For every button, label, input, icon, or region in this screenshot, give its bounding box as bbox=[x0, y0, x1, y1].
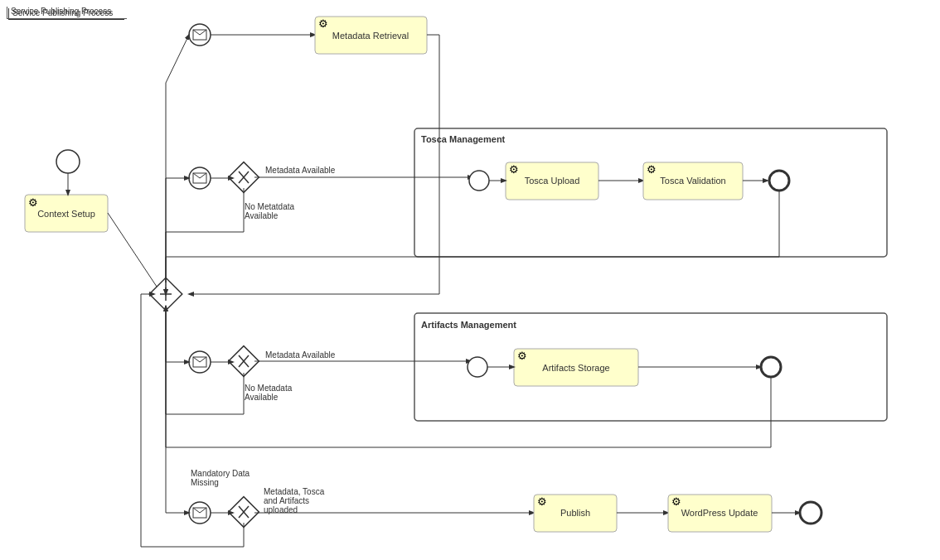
svg-text:⚙: ⚙ bbox=[509, 163, 519, 176]
svg-text:⚙: ⚙ bbox=[671, 495, 681, 508]
svg-text:Context Setup: Context Setup bbox=[37, 209, 95, 219]
svg-text:⚙: ⚙ bbox=[318, 17, 328, 30]
svg-text:⚙: ⚙ bbox=[647, 163, 657, 176]
svg-point-82 bbox=[800, 502, 821, 524]
process-title: Service Publishing Process bbox=[7, 7, 127, 19]
svg-point-53 bbox=[468, 357, 487, 377]
svg-point-41 bbox=[769, 171, 789, 191]
svg-text:Tosca Upload: Tosca Upload bbox=[525, 176, 580, 186]
svg-text:Publish: Publish bbox=[560, 508, 590, 518]
svg-text:Available: Available bbox=[245, 211, 279, 220]
svg-text:Artifacts Management: Artifacts Management bbox=[421, 320, 516, 330]
svg-text:Metadata Available: Metadata Available bbox=[265, 350, 336, 360]
svg-text:and Artifacts: and Artifacts bbox=[264, 496, 309, 505]
svg-text:Metadata, Tosca: Metadata, Tosca bbox=[264, 487, 325, 496]
svg-text:⚙: ⚙ bbox=[28, 196, 38, 209]
svg-point-31 bbox=[469, 171, 489, 191]
svg-point-59 bbox=[761, 357, 781, 377]
svg-text:Artifacts Storage: Artifacts Storage bbox=[542, 363, 609, 373]
svg-text:Missing: Missing bbox=[191, 478, 219, 487]
svg-text:⚙: ⚙ bbox=[517, 350, 527, 362]
svg-text:Metadata Available: Metadata Available bbox=[265, 166, 336, 175]
svg-text:No Metatdata: No Metatdata bbox=[245, 202, 294, 211]
svg-text:Metadata Retrieval: Metadata Retrieval bbox=[332, 31, 409, 41]
svg-text:⚙: ⚙ bbox=[537, 495, 547, 508]
svg-text:Available: Available bbox=[245, 393, 279, 402]
svg-text:Mandatory Data: Mandatory Data bbox=[191, 469, 250, 478]
svg-point-4 bbox=[56, 150, 80, 173]
svg-text:WordPress Update: WordPress Update bbox=[681, 508, 758, 518]
svg-text:No Metadata: No Metadata bbox=[245, 384, 293, 393]
svg-text:Tosca Management: Tosca Management bbox=[421, 134, 506, 144]
bpmn-diagram: Service Publishing Process Tosca Managem… bbox=[0, 0, 940, 560]
svg-text:Tosca Validation: Tosca Validation bbox=[660, 176, 725, 186]
